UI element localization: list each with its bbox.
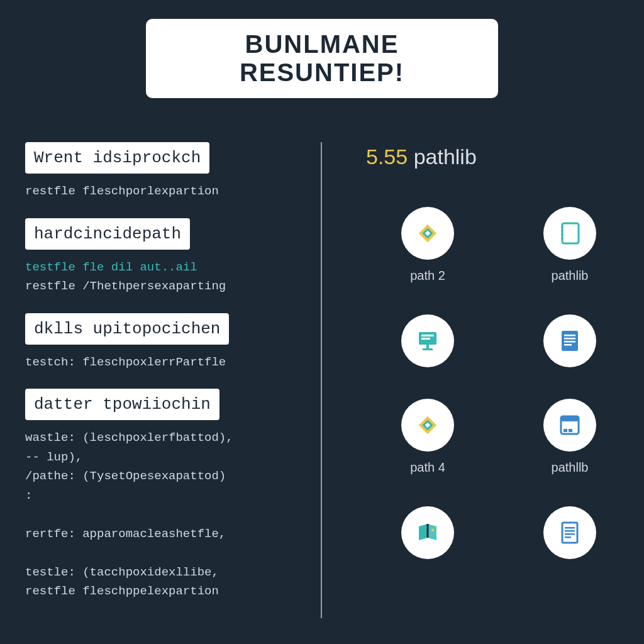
diamond-icon (401, 399, 454, 452)
svg-rect-15 (564, 338, 575, 340)
icon-label: pathlib (552, 269, 589, 283)
section-label: datter tpowiiochin (25, 389, 219, 420)
code-line: -- lup), (25, 448, 289, 467)
sheet-icon (543, 314, 596, 367)
book-icon (401, 506, 454, 559)
code-line: restfle fleschppelexpartion (25, 582, 289, 601)
right-column: 5.55 pathlib path 2 pathlib (353, 142, 619, 618)
code-line: rertfe: apparomacleashetfle, (25, 525, 289, 543)
svg-point-4 (561, 226, 564, 228)
code-line: restfle /Thethpersexaparting (25, 277, 289, 296)
icon-label: pathllb (552, 460, 589, 475)
code-block: Wrent idsiprockchrestfle fleschporlexpar… (25, 142, 289, 201)
monitor-icon (401, 314, 454, 367)
icon-grid: path 2 pathlib path 4 pa (366, 207, 619, 559)
code-line: /pathe: (TysetOpesexapattod) (25, 467, 289, 486)
svg-rect-22 (561, 416, 579, 421)
right-header: 5.55 pathlib (366, 145, 619, 169)
svg-rect-10 (421, 338, 430, 340)
svg-rect-11 (426, 345, 429, 348)
code-line: restfle fleschporlexpartion (25, 182, 289, 201)
svg-point-6 (561, 233, 564, 236)
svg-rect-29 (565, 530, 575, 532)
icon-label: path 4 (410, 460, 445, 475)
svg-rect-14 (564, 335, 575, 336)
icon-cell[interactable] (521, 506, 619, 559)
code-block: dklls upitopocichentestch: fleschpoxlerr… (25, 313, 289, 372)
icon-cell[interactable]: path 2 (379, 207, 477, 283)
svg-rect-17 (564, 344, 572, 346)
svg-point-5 (561, 230, 564, 232)
svg-rect-26 (431, 529, 434, 531)
icon-cell[interactable]: pathlib (521, 207, 619, 283)
icon-cell[interactable] (521, 314, 619, 367)
code-line: : (25, 487, 289, 505)
code-line (25, 544, 289, 562)
section-name: pathlib (414, 145, 477, 169)
code-line: wastle: (leschpoxlerfbattod), (25, 429, 289, 447)
diamond-icon (401, 207, 454, 260)
svg-rect-27 (562, 523, 577, 543)
svg-rect-23 (564, 429, 567, 432)
svg-rect-28 (565, 527, 575, 529)
svg-rect-3 (562, 223, 579, 243)
code-line (25, 506, 289, 524)
icon-label: path 2 (410, 269, 445, 283)
svg-rect-24 (569, 429, 572, 432)
section-label: dklls upitopocichen (25, 313, 229, 345)
notebook-icon (543, 207, 596, 260)
icon-cell[interactable] (379, 506, 477, 559)
svg-rect-30 (565, 533, 575, 535)
column-divider (321, 142, 322, 618)
code-line: testch: fleschpoxlerrPartfle (25, 353, 289, 372)
section-label: Wrent idsiprockch (25, 142, 209, 174)
code-block: datter tpowiiochinwastle: (leschpoxlerfb… (25, 389, 289, 601)
section-label: hardcincidepath (25, 218, 190, 250)
window-icon (543, 399, 596, 452)
svg-point-7 (561, 237, 564, 240)
page-title: BUNLMANE RESUNTIEP! (146, 19, 498, 98)
icon-cell[interactable]: path 4 (379, 399, 477, 475)
section-number: 5.55 (366, 145, 408, 169)
icon-cell[interactable] (379, 314, 477, 367)
svg-rect-12 (423, 348, 433, 350)
icon-cell[interactable]: pathllb (521, 399, 619, 475)
svg-rect-31 (565, 536, 571, 538)
svg-rect-25 (427, 524, 429, 538)
code-block: hardcincidepathtestfle fle dil aut..ailr… (25, 218, 289, 296)
code-line: testle: (tacchpoxidexllibe, (25, 564, 289, 582)
code-line: testfle fle dil aut..ail (25, 258, 289, 277)
svg-rect-16 (564, 341, 575, 343)
left-column: Wrent idsiprockchrestfle fleschporlexpar… (25, 142, 289, 618)
doc-icon (543, 506, 596, 559)
svg-rect-9 (421, 335, 434, 336)
